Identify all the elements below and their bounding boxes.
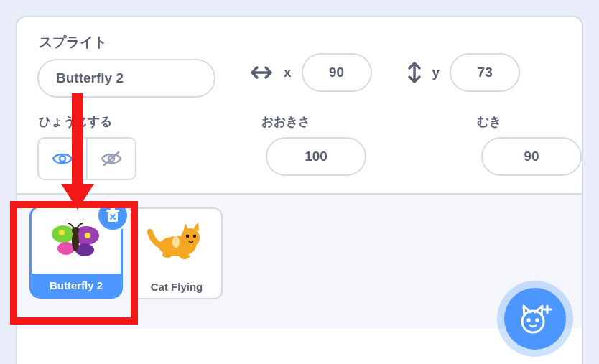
add-sprite-button[interactable]	[504, 288, 566, 350]
sprite-name-column: スプライト	[37, 33, 249, 98]
size-input[interactable]	[293, 148, 339, 165]
sprite-thumb	[132, 209, 221, 275]
size-label: おおきさ	[261, 113, 475, 130]
info-row-2: ひょうじする	[37, 113, 562, 180]
butterfly-icon	[45, 220, 108, 261]
trash-icon	[106, 207, 120, 223]
sprite-list: Butterfly 2	[17, 193, 582, 328]
x-group: x	[249, 53, 372, 92]
direction-column: むき	[475, 113, 582, 176]
x-input-pill[interactable]	[302, 53, 372, 92]
info-row-1: スプライト x	[37, 33, 562, 98]
visibility-label: ひょうじする	[39, 113, 260, 130]
x-label: x	[284, 65, 292, 80]
y-group: y	[407, 53, 521, 92]
direction-input-pill[interactable]	[481, 137, 582, 176]
y-arrows-icon	[407, 60, 422, 85]
size-column: おおきさ	[260, 113, 475, 176]
svg-point-11	[72, 231, 79, 251]
sprite-tile-butterfly[interactable]: Butterfly 2	[32, 207, 121, 297]
svg-point-26	[172, 236, 180, 248]
sprite-info-area: スプライト x	[17, 17, 582, 193]
direction-input[interactable]	[509, 148, 554, 165]
cat-plus-icon	[517, 302, 553, 336]
cat-flying-icon	[146, 220, 208, 263]
svg-point-24	[162, 252, 172, 258]
sprite-label: スプライト	[39, 33, 249, 52]
direction-label: むき	[477, 113, 582, 130]
sprite-tile-cat-flying[interactable]: Cat Flying	[131, 207, 223, 299]
svg-marker-20	[183, 223, 189, 232]
svg-point-2	[60, 156, 65, 162]
x-input[interactable]	[314, 64, 360, 81]
y-input-pill[interactable]	[450, 53, 520, 92]
svg-point-29	[537, 319, 538, 321]
y-label: y	[432, 65, 440, 80]
hide-button[interactable]	[86, 139, 135, 179]
delete-sprite-button[interactable]	[96, 199, 129, 232]
svg-point-25	[180, 253, 190, 259]
sprite-info-panel: スプライト x	[16, 16, 583, 364]
position-group: x y	[249, 53, 562, 92]
sprite-name-input[interactable]	[37, 59, 215, 98]
size-input-pill[interactable]	[266, 137, 366, 176]
eye-icon	[52, 151, 73, 166]
svg-point-9	[59, 230, 65, 235]
sprite-tile-label: Cat Flying	[132, 275, 221, 298]
svg-point-10	[85, 233, 90, 238]
show-button[interactable]	[39, 139, 86, 179]
svg-point-28	[528, 319, 529, 321]
svg-rect-15	[111, 207, 115, 210]
visibility-column: ひょうじする	[37, 113, 260, 180]
svg-rect-14	[106, 210, 119, 212]
svg-point-22	[186, 235, 189, 238]
visibility-toggle	[37, 137, 136, 180]
svg-point-23	[193, 235, 196, 238]
y-input[interactable]	[462, 64, 508, 81]
sprite-tile-label: Butterfly 2	[32, 274, 121, 297]
svg-point-27	[522, 311, 544, 332]
eye-off-icon	[101, 151, 122, 167]
x-arrows-icon	[249, 65, 274, 80]
